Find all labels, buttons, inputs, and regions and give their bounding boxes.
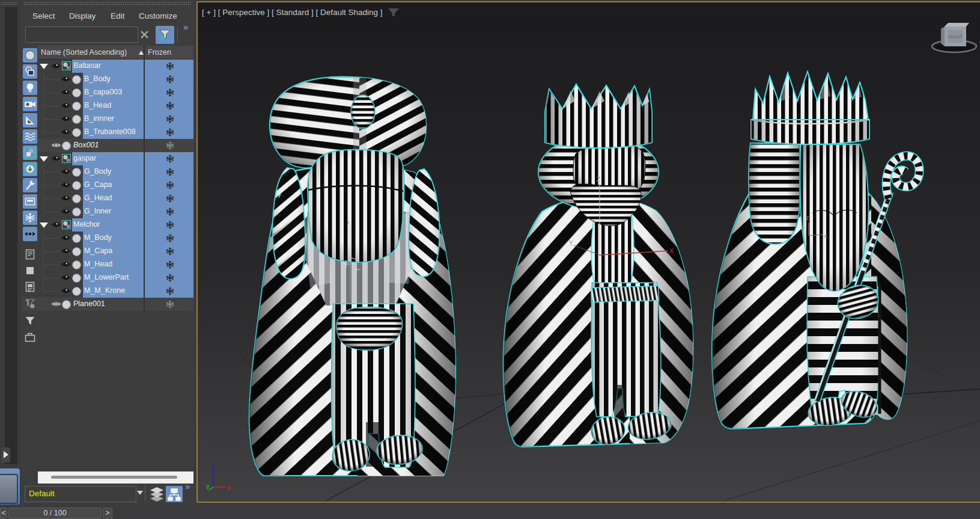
- svg-text:z: z: [347, 220, 350, 225]
- svg-text:Z: Z: [211, 465, 215, 472]
- svg-text:Z: Z: [597, 176, 600, 183]
- svg-text:x: x: [227, 484, 231, 491]
- svg-text:Y: Y: [569, 240, 573, 247]
- svg-text:X: X: [669, 247, 674, 254]
- svg-text:X: X: [824, 233, 827, 239]
- svg-text:Z: Z: [806, 215, 809, 221]
- svg-text:FRONT: FRONT: [948, 35, 963, 39]
- svg-text:[ + ] [ Perspective ] [ Standa: [ + ] [ Perspective ] [ Standard ] [ Def…: [202, 8, 383, 17]
- svg-text:y: y: [206, 483, 210, 490]
